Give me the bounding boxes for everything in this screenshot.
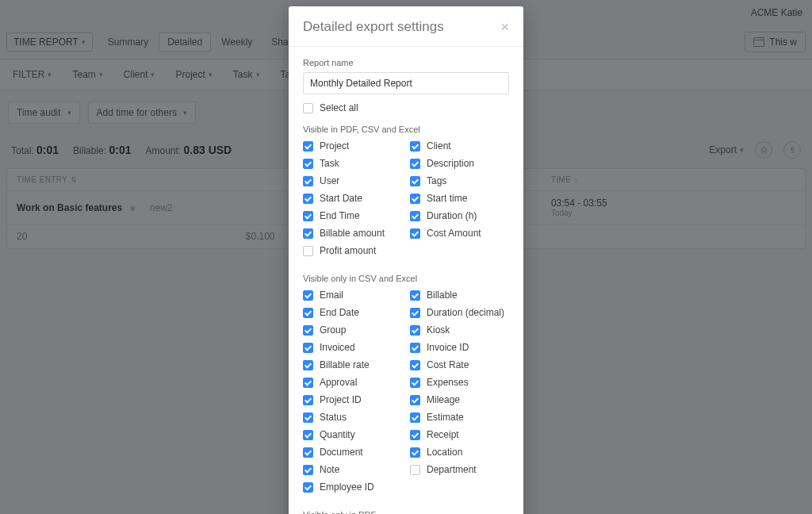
checkbox-label: Start time [427,193,467,204]
checkbox-icon [410,395,420,405]
checkbox-label: Email [320,290,343,301]
export-field-checkbox[interactable]: Cost Rate [410,359,509,370]
export-field-checkbox[interactable]: Profit amount [303,245,402,256]
checkbox-label: Invoice ID [427,342,469,353]
export-field-checkbox[interactable]: Task [303,158,402,169]
checkbox-icon [303,325,313,336]
checkbox-label: Location [427,447,462,458]
export-field-checkbox[interactable]: Invoice ID [410,342,509,353]
report-name-input[interactable] [303,72,509,94]
export-field-checkbox[interactable]: Approval [303,377,402,388]
export-field-checkbox[interactable]: Duration (h) [410,210,509,221]
export-field-checkbox[interactable]: Billable rate [303,359,402,370]
checkbox-icon [410,176,420,186]
checkbox-label: Quantity [320,429,355,440]
export-field-checkbox[interactable]: Start Date [303,193,402,204]
checkbox-label: Project ID [320,394,362,405]
export-field-checkbox[interactable]: Document [303,447,402,458]
export-field-checkbox[interactable]: Location [410,447,509,458]
checkbox-icon [303,228,313,239]
checkbox-icon [303,447,313,458]
export-field-checkbox[interactable]: Email [303,290,402,301]
checkbox-icon [410,430,420,440]
export-settings-modal: Detailed export settings × Report name S… [289,6,523,514]
checkbox-label: Document [320,447,363,458]
checkbox-icon [303,360,313,370]
checkbox-icon [303,412,313,423]
export-field-checkbox[interactable]: Note [303,464,402,475]
checkbox-label: User [320,175,339,186]
export-field-checkbox[interactable]: Cost Amount [410,228,509,239]
checkbox-label: Client [427,140,451,152]
checkbox-icon [410,290,420,301]
checkbox-label: End Time [320,210,360,221]
checkbox-icon [303,176,313,186]
export-field-checkbox[interactable]: End Time [303,210,402,221]
checkbox-label: Mileage [427,394,460,405]
checkbox-icon [303,194,313,204]
checkbox-label: Note [320,464,339,475]
checkbox-label: Kiosk [427,324,450,336]
export-field-checkbox[interactable]: Billable amount [303,228,402,239]
export-field-checkbox[interactable]: Group [303,324,402,336]
checkbox-icon [303,378,313,388]
checkbox-label: Receipt [427,429,459,440]
checkbox-icon [303,465,313,475]
section-visible-pdf: Visible only in PDF [303,510,509,514]
checkbox-label: Project [320,140,349,152]
checkbox-label: Description [427,158,474,169]
export-field-checkbox[interactable]: Employee ID [303,481,402,493]
export-field-checkbox[interactable]: Receipt [410,429,509,440]
export-field-checkbox[interactable]: Status [303,412,402,423]
export-field-checkbox[interactable]: Billable [410,290,509,301]
modal-title: Detailed export settings [303,19,444,35]
export-field-checkbox[interactable]: Duration (decimal) [410,307,509,318]
checkbox-icon [410,360,420,370]
checkbox-icon [410,159,420,169]
checkbox-icon [410,308,420,318]
checkbox-label: Estimate [427,412,464,423]
checkbox-label: Expenses [427,377,469,388]
checkbox-icon [303,308,313,318]
export-field-checkbox[interactable]: Expenses [410,377,509,388]
checkbox-icon [303,430,313,440]
checkbox-icon [410,378,420,388]
checkbox-label: Approval [320,377,357,388]
export-field-checkbox[interactable]: Description [410,158,509,169]
checkbox-label: Duration (decimal) [427,307,504,318]
checkbox-icon [410,141,420,152]
checkbox-label: Status [320,412,347,423]
checkbox-icon [303,141,313,152]
checkbox-icon [303,395,313,405]
export-field-checkbox[interactable]: Tags [410,175,509,186]
section-visible-all: Visible in PDF, CSV and Excel [303,125,509,134]
export-field-checkbox[interactable]: User [303,175,402,186]
export-field-checkbox[interactable]: Client [410,140,509,152]
checkbox-label: Invoiced [320,342,355,353]
close-icon[interactable]: × [500,20,509,34]
export-field-checkbox[interactable]: Project [303,140,402,152]
export-field-checkbox[interactable]: Project ID [303,394,402,405]
export-field-checkbox[interactable]: Estimate [410,412,509,423]
export-field-checkbox[interactable]: End Date [303,307,402,318]
select-all-label: Select all [320,102,358,113]
checkbox-icon [303,211,313,221]
checkbox-icon [410,343,420,353]
checkbox-label: Cost Amount [427,228,481,239]
checkbox-icon [303,290,313,301]
checkbox-label: Billable rate [320,359,370,370]
export-field-checkbox[interactable]: Mileage [410,394,509,405]
modal-header: Detailed export settings × [289,6,523,47]
export-field-checkbox[interactable]: Invoiced [303,342,402,353]
export-field-checkbox[interactable]: Department [410,464,509,475]
export-field-checkbox[interactable]: Kiosk [410,324,509,336]
export-field-checkbox[interactable]: Start time [410,193,509,204]
checkbox-label: Duration (h) [427,210,477,221]
export-field-checkbox[interactable]: Quantity [303,429,402,440]
checkbox-icon [410,194,420,204]
checkbox-icon [303,343,313,353]
checkbox-icon [410,412,420,423]
checkbox-label: Profit amount [320,245,376,256]
checkbox-label: Tags [427,175,446,186]
select-all-checkbox[interactable]: Select all [303,102,509,113]
